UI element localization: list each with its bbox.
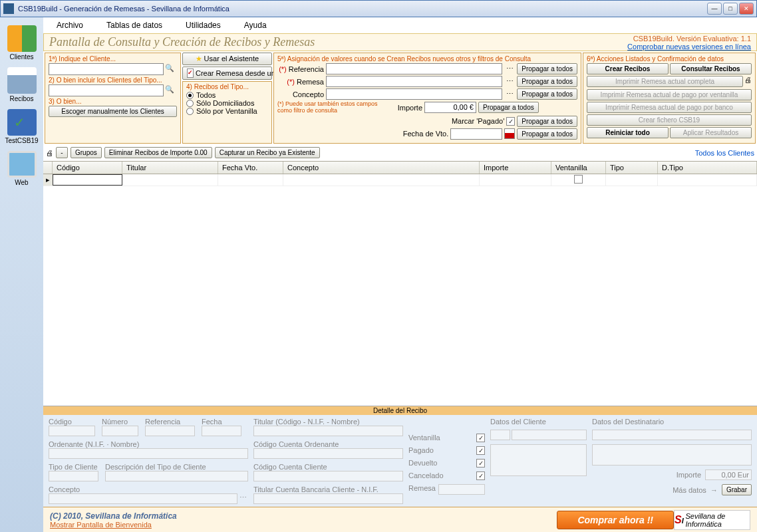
cliente-input[interactable] [49, 63, 164, 75]
det-importe-input[interactable]: 0,00 Eur [705, 469, 752, 480]
menu-utilidades[interactable]: Utilidades [186, 21, 221, 30]
label-clientes-tipo: 2) O bien incluir los Clientes del Tipo.… [49, 76, 177, 84]
det-tipo-input[interactable] [49, 471, 98, 481]
sidebar-clientes[interactable]: Clientes [3, 23, 41, 63]
radio-domiciliados[interactable] [186, 100, 194, 107]
det-tcb-input[interactable] [253, 493, 403, 504]
menu-tablas[interactable]: Tablas de datos [106, 21, 162, 30]
det-numero-input[interactable] [102, 426, 138, 436]
calendar-icon[interactable] [504, 128, 515, 139]
propagar-fv-button[interactable]: Propagar a todos [517, 128, 577, 140]
det-pag-checkbox[interactable] [476, 446, 485, 455]
det-codigo-input[interactable] [49, 426, 95, 436]
ventanilla-checkbox[interactable] [574, 175, 583, 184]
det-ordenante-input[interactable] [49, 448, 248, 459]
propagar-imp-button[interactable]: Propagar a todos [478, 102, 539, 113]
col-tipo[interactable]: Tipo [606, 162, 658, 174]
referencia-input[interactable] [326, 63, 502, 74]
det-fecha-input[interactable] [202, 426, 241, 436]
concepto-input[interactable] [326, 88, 502, 100]
det-ref-input[interactable] [145, 426, 195, 436]
check-updates-link[interactable]: Comprobar nuevas versiones en línea [627, 43, 751, 51]
menu-archivo[interactable]: Archivo [57, 21, 83, 30]
det-concepto-input[interactable] [49, 493, 237, 504]
comprar-button[interactable]: Comprar ahora !! [557, 511, 674, 529]
close-button[interactable]: ✕ [739, 3, 754, 15]
col-fecha[interactable]: Fecha Vto. [218, 162, 283, 174]
col-ventanilla[interactable]: Ventanilla [551, 162, 606, 174]
imprimir-ventanilla-button[interactable]: Imprimir Remesa actual de pago por venta… [587, 89, 752, 100]
sidebar-testcsb[interactable]: ✓ TestCSB19 [3, 106, 41, 147]
det-remesa-input[interactable] [438, 484, 485, 495]
col-importe[interactable]: Importe [480, 162, 551, 174]
pagado-checkbox[interactable] [506, 117, 515, 126]
panel-c-title: 5ª) Asignación de valores cuando se Crea… [277, 55, 577, 63]
det-cliente-text[interactable] [490, 444, 587, 476]
col-concepto[interactable]: Concepto [283, 162, 480, 174]
dots-icon[interactable]: ⋯ [504, 90, 515, 98]
det-vent-checkbox[interactable] [476, 434, 485, 442]
fecha-vto-input[interactable] [450, 128, 502, 140]
minimize-button[interactable]: — [707, 3, 722, 15]
propagar-rem-button[interactable]: Propagar a todos [517, 76, 577, 87]
dots-icon[interactable]: ⋯ [504, 77, 515, 86]
binoculars-icon[interactable]: 🔍 [165, 85, 177, 96]
escoger-clientes-button[interactable]: Escoger manualmente los Clientes [49, 106, 177, 117]
imprimir-banco-button[interactable]: Imprimir Remesa actual de pago por banco [587, 102, 752, 113]
page-title: Pantalla de Consulta y Creación de Recib… [49, 35, 627, 49]
grupos-button[interactable]: Grupos [71, 147, 102, 158]
printer-icon[interactable]: 🖨 [744, 76, 752, 88]
crear-recibos-button[interactable]: Crear Recibos [587, 63, 669, 74]
dots-icon[interactable]: ⋯ [504, 65, 515, 73]
col-titular[interactable]: Titular [122, 162, 218, 174]
det-cco-input[interactable] [253, 448, 403, 459]
crear-csb19-button[interactable]: Crear fichero CSB19 [587, 114, 752, 126]
printer-icon [7, 67, 37, 94]
collapse-button[interactable]: - [56, 147, 68, 158]
binoculars-icon[interactable]: 🔍 [165, 64, 177, 74]
det-dev-checkbox[interactable] [476, 459, 485, 467]
det-titular-input[interactable] [253, 426, 403, 436]
titlebar: CSB19Build - Generación de Remesas - Sev… [0, 0, 757, 17]
consultar-recibos-button[interactable]: Consultar Recibos [670, 63, 752, 74]
col-dtipo[interactable]: D.Tipo [658, 162, 757, 174]
header-bar: Pantalla de Consulta y Creación de Recib… [43, 33, 757, 51]
check-doc-icon: ✓ [7, 109, 37, 136]
propagar-con-button[interactable]: Propagar a todos [517, 88, 577, 100]
cell-codigo[interactable] [53, 174, 122, 186]
todos-clientes-label: Todos los Clientes [695, 149, 754, 157]
panel-asistente: ★ Usar el Asistente ✓Crear Remesa desde … [182, 53, 272, 144]
grid-body[interactable]: ▸ [43, 174, 757, 406]
imprimir-completa-button[interactable]: Imprimir Remesa actual completa [587, 76, 743, 87]
sidebar-recibos[interactable]: Recibos [3, 65, 41, 105]
grabar-button[interactable]: Grabar [722, 484, 752, 495]
maximize-button[interactable]: □ [723, 3, 738, 15]
det-ccc-input[interactable] [253, 471, 403, 481]
reiniciar-button[interactable]: Reiniciar todo [587, 127, 669, 138]
crear-csv-button[interactable]: ✓Crear Remesa desde un fichero .csv [182, 66, 272, 80]
col-codigo[interactable]: Código [53, 162, 122, 174]
sidebar-web[interactable]: Web [3, 148, 41, 189]
table-row[interactable]: ▸ [43, 174, 757, 186]
eliminar-cero-button[interactable]: Eliminar Recibos de Importe 0.00 [104, 147, 212, 158]
asistente-button[interactable]: ★ Usar el Asistente [182, 53, 272, 65]
printer-icon[interactable]: 🖨 [46, 149, 53, 157]
panel-asignacion: 5ª) Asignación de valores cuando se Crea… [273, 53, 581, 144]
remesa-input[interactable] [326, 76, 502, 87]
welcome-link[interactable]: Mostrar Pantalla de Bienvenida [50, 521, 152, 529]
tipo-input[interactable] [49, 84, 164, 96]
radio-ventanilla[interactable] [186, 108, 194, 115]
propagar-pag-button[interactable]: Propagar a todos [517, 116, 577, 127]
propagar-ref-button[interactable]: Propagar a todos [517, 63, 577, 74]
menu-ayuda[interactable]: Ayuda [244, 21, 267, 30]
dots-icon[interactable]: ⋯ [237, 493, 248, 504]
importe-input[interactable]: 0,00 € [424, 102, 476, 113]
panel-cliente: 1ª) Indique el Cliente... 🔍 2) O bien in… [45, 53, 181, 144]
capturar-recibo-button[interactable]: Capturar un Recibo ya Existente [215, 147, 320, 158]
radio-todos[interactable] [186, 92, 194, 99]
aplicar-button[interactable]: Aplicar Resultados [670, 127, 752, 138]
panel-acciones: 6ª) Acciones Listados y Confirmación de … [583, 53, 756, 144]
det-can-checkbox[interactable] [476, 471, 485, 480]
det-desc-input[interactable] [105, 471, 248, 481]
row-indicator-icon: ▸ [43, 174, 53, 186]
